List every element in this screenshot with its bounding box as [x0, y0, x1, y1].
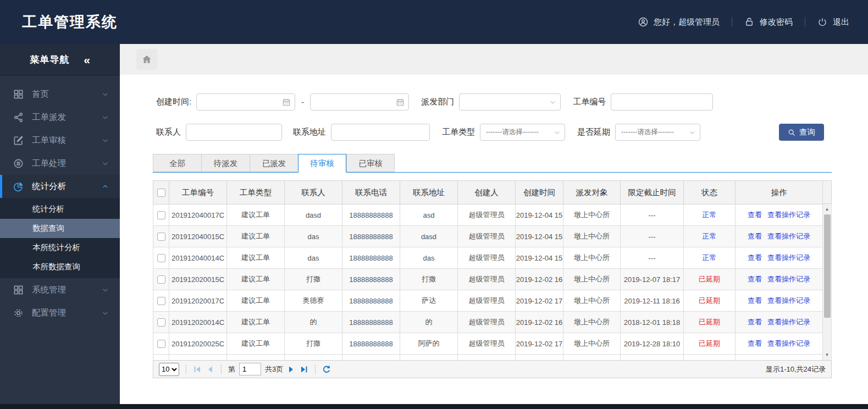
page-size-select[interactable]: 10	[159, 363, 179, 376]
tab-3[interactable]: 待审核	[298, 154, 346, 173]
sidebar-subitem-4-0[interactable]: 统计分析	[0, 200, 120, 219]
view-link[interactable]: 查看	[748, 211, 762, 219]
tab-2[interactable]: 已派发	[250, 154, 298, 172]
next-page-button[interactable]	[287, 365, 296, 374]
work-order-table-area: 工单编号工单类型联系人联系电话联系地址创建人创建时间派发对象限定截止时间状态操作…	[153, 180, 832, 360]
sidebar-item-0[interactable]: 首页	[0, 82, 120, 106]
scroll-up-arrow[interactable]: ▲	[823, 207, 831, 212]
cell-creator: 超级管理员	[458, 204, 516, 226]
sidebar-submenu: 统计分析数据查询本所统计分析本所数据查询	[0, 198, 120, 278]
view-log-link[interactable]: 查看操作记录	[767, 275, 810, 283]
gear-icon	[13, 308, 24, 318]
cell-type: 建议工单	[227, 269, 285, 290]
sidebar-item-5[interactable]: 系统管理	[0, 278, 120, 301]
create-time-end-input[interactable]	[310, 93, 409, 110]
last-page-button[interactable]	[300, 365, 308, 374]
collapse-sidebar-icon[interactable]: «	[84, 54, 90, 65]
dispatch-dept-select[interactable]	[459, 93, 561, 110]
cell-address: 打撒	[400, 269, 458, 290]
checkbox-cell	[153, 312, 169, 333]
delay-select[interactable]: -------请选择-------	[615, 124, 700, 141]
sidebar-item-6[interactable]: 配置管理	[0, 301, 120, 324]
order-type-select[interactable]: -------请选择-------	[480, 124, 565, 141]
sidebar-item-1[interactable]: 工单派发	[0, 106, 120, 129]
row-checkbox[interactable]	[157, 297, 165, 305]
cell-target: 墩上中心所	[563, 269, 621, 290]
sidebar-subitem-4-1[interactable]: 数据查询	[0, 219, 120, 238]
view-log-link[interactable]: 查看操作记录	[767, 318, 810, 326]
column-header: 创建时间	[516, 181, 563, 204]
view-link[interactable]: 查看	[748, 296, 762, 305]
contact-input[interactable]	[186, 124, 282, 141]
sidebar-item-3[interactable]: 工单处理	[0, 152, 120, 175]
cell-deadline: 2018-12-01 18:18	[621, 312, 684, 333]
cell-type: 建议工单	[227, 204, 285, 226]
sidebar-subitem-4-3[interactable]: 本所数据查询	[0, 257, 120, 277]
column-header: 状态	[684, 181, 736, 204]
pagination-divider	[186, 364, 186, 374]
view-log-link[interactable]: 查看操作记录	[767, 232, 810, 240]
row-checkbox[interactable]	[157, 233, 165, 241]
view-log-link[interactable]: 查看操作记录	[767, 211, 810, 219]
tab-0[interactable]: 全部	[153, 154, 201, 172]
view-link[interactable]: 查看	[748, 232, 762, 240]
cell-order-no: 201912040017C	[169, 204, 227, 226]
sidebar-item-label: 工单派发	[32, 112, 66, 123]
tab-1[interactable]: 待派发	[201, 154, 250, 172]
cell-type: 建议工单	[227, 290, 285, 312]
cell-address: 阿萨的	[400, 333, 458, 355]
home-button[interactable]	[136, 49, 157, 70]
scrollbar-track[interactable]: ▲ ▼	[823, 204, 832, 360]
row-checkbox[interactable]	[157, 340, 165, 348]
logout-label: 退出	[833, 17, 849, 27]
row-checkbox[interactable]	[157, 318, 165, 327]
status-badge: 已延期	[684, 269, 736, 290]
row-checkbox[interactable]	[157, 254, 165, 262]
view-log-link[interactable]: 查看操作记录	[767, 339, 810, 347]
cell-created: 2019-12-04 15	[516, 247, 563, 269]
column-header: 限定截止时间	[621, 181, 684, 204]
scrollbar-thumb[interactable]	[824, 214, 831, 318]
column-header: 工单编号	[169, 181, 227, 204]
first-page-button[interactable]	[193, 365, 202, 374]
change-password-label: 修改密码	[760, 17, 793, 27]
view-link[interactable]: 查看	[748, 318, 762, 326]
view-link[interactable]: 查看	[748, 339, 762, 347]
refresh-button[interactable]	[322, 365, 331, 374]
cell-contact: 打撒	[285, 333, 342, 355]
view-log-link[interactable]: 查看操作记录	[767, 253, 810, 262]
prev-page-button[interactable]	[206, 365, 214, 374]
create-time-start-input[interactable]	[196, 93, 295, 110]
table-row: 201912020017C建议工单奥德赛18888888888萨达超级管理员20…	[153, 290, 823, 312]
view-link[interactable]: 查看	[748, 275, 762, 283]
address-input[interactable]	[331, 124, 430, 141]
sidebar-item-2[interactable]: 工单审核	[0, 129, 120, 152]
cell-creator: 超级管理员	[458, 269, 516, 290]
view-link[interactable]: 查看	[748, 253, 762, 262]
row-checkbox[interactable]	[157, 211, 165, 219]
user-menu[interactable]: 您好，超级管理员	[638, 17, 720, 27]
search-icon	[788, 129, 795, 136]
column-header: 创建人	[458, 181, 516, 204]
tab-4[interactable]: 已审核	[346, 154, 395, 172]
cell-address: 的	[400, 312, 458, 333]
pagination-divider	[315, 364, 316, 374]
column-header: 派发对象	[563, 181, 621, 204]
search-button[interactable]: 查询	[779, 124, 824, 141]
row-checkbox[interactable]	[157, 275, 165, 284]
cell-created: 2019-12-02 16	[516, 312, 563, 333]
view-log-link[interactable]: 查看操作记录	[767, 296, 810, 305]
checkbox-cell	[153, 290, 169, 312]
page-number-input[interactable]	[239, 363, 261, 375]
scroll-down-arrow[interactable]: ▼	[823, 352, 831, 357]
sidebar-subitem-4-2[interactable]: 本所统计分析	[0, 238, 120, 257]
select-all-checkbox[interactable]	[157, 189, 165, 197]
change-password-button[interactable]: 修改密码	[744, 17, 793, 27]
logout-button[interactable]: 退出	[817, 17, 849, 27]
cell-phone: 18888888888	[342, 226, 400, 247]
table-scrollbar[interactable]: ▲ ▼	[823, 180, 832, 360]
app-window: 工单管理系统 您好，超级管理员 修改密码 退出	[0, 0, 868, 409]
sidebar-item-4[interactable]: 统计分析	[0, 175, 120, 198]
order-no-input[interactable]	[611, 93, 713, 110]
cell-contact: 的	[285, 312, 342, 333]
